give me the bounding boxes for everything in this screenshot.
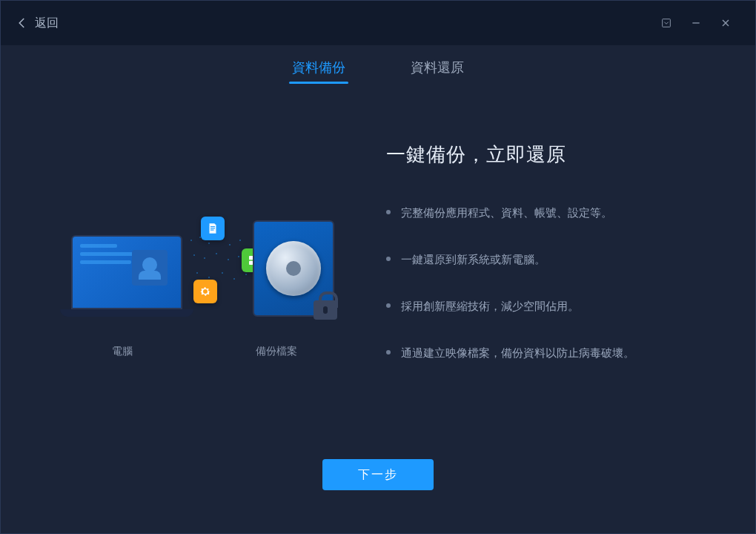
document-icon — [201, 217, 225, 240]
gear-icon — [193, 280, 217, 303]
vault-icon — [253, 220, 334, 317]
tabs: 資料備份 資料還原 — [1, 45, 755, 90]
svg-rect-5 — [210, 228, 215, 228]
feature-item: 通過建立映像檔案，備份資料以防止病毒破壞。 — [386, 345, 711, 360]
minimize-button[interactable] — [681, 8, 711, 38]
feature-item: 完整備份應用程式、資料、帳號、設定等。 — [386, 205, 711, 220]
illustration — [53, 213, 349, 332]
label-computer: 電腦 — [112, 345, 133, 358]
lock-icon — [314, 300, 337, 320]
feature-list: 完整備份應用程式、資料、帳號、設定等。 一鍵還原到新系統或新電腦。 採用創新壓縮… — [386, 205, 711, 360]
app-window: 返回 資料備份 資料還原 — [0, 0, 756, 534]
next-button[interactable]: 下一步 — [322, 459, 434, 490]
avatar-icon — [132, 250, 168, 286]
footer: 下一步 — [1, 452, 755, 533]
back-button[interactable]: 返回 — [16, 16, 59, 31]
feature-item: 採用創新壓縮技術，減少空間佔用。 — [386, 298, 711, 314]
close-button[interactable] — [711, 8, 740, 38]
illustration-labels: 電腦 備份檔案 — [53, 345, 349, 358]
tab-restore[interactable]: 資料還原 — [408, 47, 467, 88]
back-label: 返回 — [35, 16, 59, 31]
illustration-panel: 電腦 備份檔案 — [45, 134, 357, 437]
tab-backup[interactable]: 資料備份 — [289, 47, 348, 88]
label-backup-file: 備份檔案 — [256, 345, 297, 358]
svg-rect-6 — [210, 230, 214, 231]
svg-rect-0 — [663, 19, 671, 27]
arrow-left-icon — [16, 16, 29, 30]
feature-item: 一鍵還原到新系統或新電腦。 — [386, 251, 711, 267]
info-panel: 一鍵備份，立即還原 完整備份應用程式、資料、帳號、設定等。 一鍵還原到新系統或新… — [357, 134, 711, 437]
dial-icon — [266, 241, 321, 296]
content: 電腦 備份檔案 一鍵備份，立即還原 完整備份應用程式、資料、帳號、設定等。 一鍵… — [1, 90, 755, 452]
titlebar: 返回 — [1, 1, 755, 45]
headline: 一鍵備份，立即還原 — [386, 142, 711, 168]
dropdown-button[interactable] — [651, 8, 681, 38]
laptop-icon — [60, 235, 193, 317]
svg-rect-4 — [210, 226, 215, 227]
